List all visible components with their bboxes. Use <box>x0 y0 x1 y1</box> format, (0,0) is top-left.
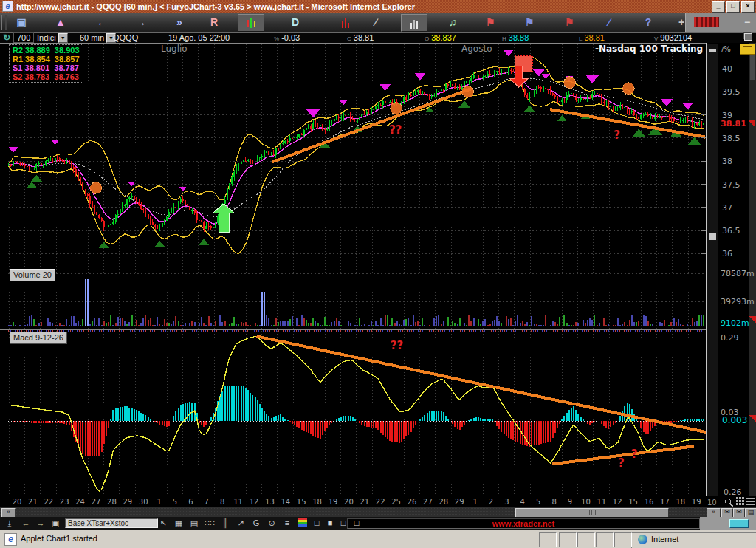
page3-icon[interactable]: □ <box>337 518 350 528</box>
status-pane-2 <box>577 532 595 547</box>
applet-icon: e <box>4 533 17 546</box>
import-icon[interactable]: ⤓ <box>3 518 16 528</box>
svg-text:6: 6 <box>188 498 193 506</box>
svg-text:26: 26 <box>408 498 417 506</box>
svg-text:21: 21 <box>360 498 369 506</box>
market-select-dropdown-icon[interactable]: ▼ <box>58 33 68 43</box>
svg-text:11: 11 <box>597 498 606 506</box>
svg-text:13: 13 <box>265 498 275 506</box>
help-icon[interactable]: ? <box>636 14 661 30</box>
candlestick-chart-icon[interactable] <box>238 14 264 32</box>
chart-window-icon[interactable]: ▣ <box>9 14 34 30</box>
chart-thumb-icon[interactable]: ▦ <box>172 518 185 528</box>
svg-text:?: ? <box>618 456 625 470</box>
svg-text:??: ?? <box>391 339 403 352</box>
svg-text:0.003: 0.003 <box>722 415 747 425</box>
bottom-right-panel <box>700 517 756 530</box>
forward-icon[interactable]: → <box>34 518 47 528</box>
svg-text:20: 20 <box>13 498 22 506</box>
upload-icon[interactable]: ▲ <box>48 14 73 30</box>
page2-icon[interactable]: ■ <box>323 518 337 528</box>
svg-text:?: ? <box>614 129 620 142</box>
pivot-row-s2: S2 38.783 38.763 <box>13 72 80 81</box>
svg-text:38: 38 <box>722 157 732 166</box>
title-bar: e http://www.jchart.it - QQQQ [60 min.] … <box>0 0 756 13</box>
histogram-chart-icon[interactable] <box>401 14 427 32</box>
svg-text:22: 22 <box>376 498 385 506</box>
bars-count-field[interactable]: 700 <box>13 33 34 43</box>
trend-arrow-icon[interactable]: ↗ <box>234 518 247 528</box>
close-button[interactable]: × <box>741 1 755 13</box>
flag-small-icon[interactable]: ⚑ <box>557 14 582 30</box>
page1-icon[interactable]: □ <box>310 518 323 528</box>
svg-text:2: 2 <box>489 498 493 506</box>
template-name-field[interactable] <box>65 518 158 528</box>
scroll-left-icon[interactable]: ← <box>89 14 114 30</box>
page4-icon[interactable]: □ <box>350 518 363 528</box>
flag-blue-icon[interactable]: ⚑ <box>517 14 542 30</box>
macd-panel-label[interactable]: Macd 9-12-26 <box>10 332 67 344</box>
svg-text:22: 22 <box>44 498 53 506</box>
pointer-icon[interactable]: ↖ <box>157 518 170 528</box>
datetime-value: 19 Ago. 05 22:00 <box>168 33 230 43</box>
pivot-row-s1: S1 38.801 38.787 <box>13 64 80 72</box>
flag-red-icon[interactable]: ⚑ <box>478 14 503 30</box>
notes-icon[interactable]: ♫ <box>440 14 465 30</box>
svg-text:40: 40 <box>722 64 732 74</box>
svg-text:18: 18 <box>676 498 685 506</box>
svg-text:37: 37 <box>722 203 732 213</box>
low-value: L38.81 <box>579 33 605 43</box>
restore-chart-icon[interactable] <box>744 33 752 43</box>
svg-text:24: 24 <box>75 498 85 506</box>
clock-icon[interactable]: ⊙ <box>265 518 278 528</box>
low-value-label: L <box>579 35 582 42</box>
export-icon[interactable]: ▤ <box>188 518 201 528</box>
grid-dots-icon[interactable]: ∷∷ <box>203 518 216 528</box>
refresh-icon[interactable]: ↻ <box>3 33 10 43</box>
pivot-row-r2: R2 38.889 38.903 <box>13 46 80 55</box>
indicator-d-icon[interactable]: D <box>283 14 308 30</box>
svg-text:78587m: 78587m <box>721 269 755 278</box>
svg-text:36: 36 <box>722 249 732 258</box>
minimize-button[interactable]: _ <box>712 1 725 13</box>
horizontal-scrollbar[interactable]: « » ✉✉▤ <box>0 507 756 517</box>
list-icon[interactable]: ≡ <box>281 518 294 528</box>
scroll-right-icon[interactable]: → <box>128 14 154 30</box>
window-title: http://www.jchart.it - QQQQ [60 min.] < … <box>16 2 415 11</box>
pivot-legend: R2 38.889 38.903R1 38.854 38.857S1 38.80… <box>9 44 83 83</box>
scroll-end-icon[interactable]: » <box>167 14 192 30</box>
line-chart-icon[interactable]: ∕ <box>363 14 388 30</box>
interval-select[interactable]: 60 min▼ <box>80 33 116 43</box>
svg-text:?: ? <box>631 448 638 461</box>
chart-canvas[interactable]: ???LuglioAgosto-Nasdaq 100 Tracking????4… <box>0 43 756 507</box>
window-icon[interactable]: ▣ <box>49 518 62 528</box>
high-value: H38.88 <box>502 33 529 43</box>
close-value: C38.81 <box>347 33 374 43</box>
reload-r-icon[interactable]: R <box>202 14 227 30</box>
gann-icon[interactable]: G <box>250 518 263 528</box>
back-icon[interactable]: ← <box>19 518 32 528</box>
volume-panel-label[interactable]: Volume 20 <box>10 269 55 281</box>
restore-button[interactable]: □ <box>726 1 740 13</box>
svg-text:25: 25 <box>391 498 401 506</box>
cyan-button[interactable] <box>729 519 749 528</box>
draw-pen-icon[interactable]: ∕ <box>597 14 622 30</box>
svg-text:12: 12 <box>250 498 259 506</box>
bottom-toolbar: www.xtrader.net ⤓←→▣↖▦▤∷∷║↗G⊙≡□■□□ <box>0 517 756 530</box>
svg-text:16: 16 <box>645 498 654 506</box>
url-banner[interactable]: www.xtrader.net <box>347 518 700 529</box>
toolbar-grip[interactable] <box>1 15 7 30</box>
change-pct-value: %-0.03 <box>274 33 300 43</box>
collapse-toolbar-icon[interactable]: − <box>741 14 753 30</box>
chart-grid: ???LuglioAgosto-Nasdaq 100 Tracking????4… <box>0 43 756 507</box>
svg-text:1: 1 <box>157 498 161 506</box>
market-select[interactable]: Indici▼ <box>37 33 68 43</box>
red-columns-icon[interactable] <box>690 14 724 30</box>
zone-label: Internet <box>651 535 678 544</box>
svg-text:4: 4 <box>520 498 525 506</box>
volume-value: V9032104 <box>654 33 692 43</box>
columns-icon[interactable]: ║ <box>219 518 232 528</box>
red-bars-chart-icon[interactable] <box>333 14 358 30</box>
svg-text:37.5: 37.5 <box>722 180 740 190</box>
palette-icon[interactable] <box>295 518 309 528</box>
